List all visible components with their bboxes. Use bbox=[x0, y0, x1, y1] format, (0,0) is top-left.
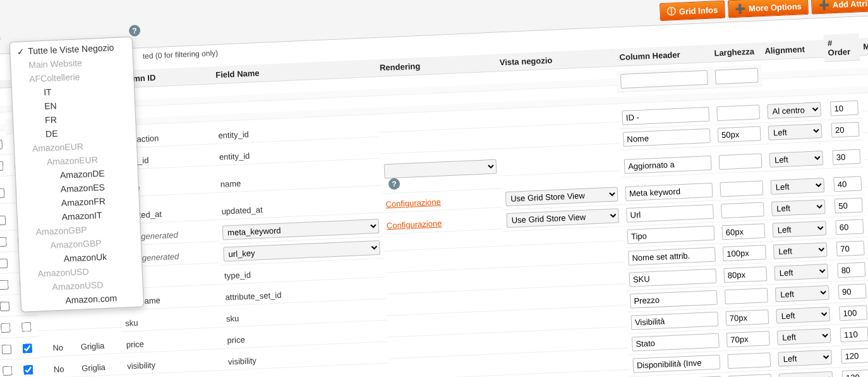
row-checkbox-1[interactable] bbox=[0, 258, 8, 268]
grid-infos-button[interactable]: ⓘ Grid Infos bbox=[660, 1, 725, 21]
width-input[interactable] bbox=[721, 223, 765, 240]
col-field-name: Field Name bbox=[212, 59, 377, 83]
col-rendering: Rendering bbox=[375, 54, 496, 77]
order-input[interactable] bbox=[831, 122, 860, 138]
width-input[interactable] bbox=[726, 331, 770, 347]
row-col4: Griglia bbox=[76, 337, 123, 355]
width-input[interactable] bbox=[727, 352, 771, 369]
order-input[interactable] bbox=[830, 101, 859, 116]
store-view-select[interactable]: Use Grid Store View bbox=[506, 208, 619, 228]
alignment-select[interactable]: Left bbox=[770, 178, 824, 195]
filter-column-header[interactable] bbox=[620, 70, 708, 89]
order-input[interactable] bbox=[833, 176, 862, 192]
column-header-input[interactable] bbox=[625, 183, 713, 201]
width-input[interactable] bbox=[718, 126, 761, 142]
width-input[interactable] bbox=[721, 202, 764, 218]
width-input[interactable] bbox=[720, 180, 763, 197]
width-input[interactable] bbox=[716, 104, 760, 121]
column-header-input[interactable] bbox=[626, 204, 714, 223]
configurazione-link[interactable]: Configurazione bbox=[385, 197, 441, 209]
configurazione-link[interactable]: Configurazione bbox=[387, 219, 442, 231]
order-input[interactable] bbox=[841, 348, 868, 364]
render-select[interactable] bbox=[384, 159, 497, 179]
row-checkbox-1[interactable] bbox=[0, 237, 6, 247]
column-header-input[interactable] bbox=[632, 355, 720, 373]
width-input[interactable] bbox=[723, 266, 767, 283]
row-checkbox-1[interactable] bbox=[0, 188, 4, 198]
row-checkbox-1[interactable] bbox=[0, 161, 3, 171]
row-checkbox-1[interactable] bbox=[1, 344, 11, 354]
row-checkbox-1[interactable] bbox=[0, 139, 3, 149]
plus-icon: ➕ bbox=[818, 0, 829, 10]
row-checkbox-2[interactable] bbox=[23, 365, 33, 375]
row-col3: No bbox=[39, 339, 77, 357]
alignment-select[interactable]: Left bbox=[774, 264, 828, 281]
column-header-input[interactable] bbox=[624, 156, 712, 174]
alignment-select[interactable]: Left bbox=[778, 350, 832, 367]
order-input[interactable] bbox=[838, 283, 867, 299]
more-options-button[interactable]: ➕ More Options bbox=[728, 0, 809, 18]
row-field-name: name bbox=[216, 170, 381, 193]
filter-larghezza[interactable] bbox=[715, 68, 759, 85]
order-input[interactable] bbox=[832, 149, 860, 165]
row-column-id: sku bbox=[121, 311, 223, 332]
help-icon[interactable]: ? bbox=[389, 178, 401, 190]
row-checkbox-1[interactable] bbox=[3, 366, 13, 376]
row-column-id: visibility bbox=[123, 354, 225, 375]
order-input[interactable] bbox=[837, 262, 865, 278]
width-input[interactable] bbox=[723, 245, 766, 261]
col-column-header: Column Header bbox=[615, 44, 711, 66]
col-mis: Mis bbox=[859, 36, 868, 56]
info-icon: ⓘ bbox=[666, 6, 676, 18]
field-select[interactable]: meta_keyword bbox=[222, 219, 380, 240]
alignment-select[interactable]: Left bbox=[775, 285, 829, 302]
plus-icon: ➕ bbox=[735, 3, 746, 14]
add-attribute-column-button[interactable]: ➕ Add Attribute Column bbox=[811, 0, 868, 15]
order-input[interactable] bbox=[842, 369, 868, 377]
row-col3: No bbox=[40, 361, 78, 377]
store-view-select[interactable]: Use Grid Store View bbox=[505, 187, 618, 206]
row-col3 bbox=[38, 322, 76, 331]
order-input[interactable] bbox=[836, 240, 865, 256]
row-col4 bbox=[76, 320, 121, 329]
alignment-select[interactable]: Left bbox=[779, 371, 833, 377]
store-dropdown[interactable]: Tutte le Viste NegozioMain WebsiteAFColt… bbox=[9, 37, 144, 312]
col-order: # Order bbox=[823, 33, 860, 61]
row-col4: Griglia bbox=[78, 359, 124, 377]
alignment-select[interactable]: Left bbox=[776, 307, 830, 324]
row-checkbox-1[interactable] bbox=[1, 323, 11, 333]
width-input[interactable] bbox=[725, 288, 768, 304]
alignment-select[interactable]: Left bbox=[772, 221, 826, 238]
column-header-input[interactable] bbox=[632, 333, 720, 352]
alignment-select[interactable]: Left bbox=[769, 151, 823, 168]
column-header-input[interactable] bbox=[623, 128, 711, 147]
alignment-select[interactable]: Al centro bbox=[767, 102, 821, 119]
alignment-select[interactable]: Left bbox=[777, 328, 831, 345]
field-select[interactable]: url_key bbox=[223, 240, 380, 262]
row-checkbox-2[interactable] bbox=[21, 322, 32, 332]
column-header-input[interactable] bbox=[630, 290, 718, 309]
row-checkbox-1[interactable] bbox=[0, 215, 6, 225]
width-input[interactable] bbox=[725, 309, 769, 326]
order-input[interactable] bbox=[839, 305, 867, 321]
width-input[interactable] bbox=[719, 153, 763, 170]
order-input[interactable] bbox=[835, 197, 863, 213]
store-label: ozi bbox=[0, 30, 1, 42]
row-checkbox-1[interactable] bbox=[0, 301, 9, 311]
column-header-input[interactable] bbox=[627, 226, 715, 244]
order-input[interactable] bbox=[840, 326, 868, 342]
col-larghezza: Larghezza bbox=[710, 42, 761, 62]
store-switcher[interactable]: ozi ? Tutte le Viste NegozioMain Website… bbox=[0, 30, 1, 42]
row-checkbox-2[interactable] bbox=[22, 343, 32, 354]
row-checkbox-1[interactable] bbox=[0, 280, 8, 290]
help-icon[interactable]: ? bbox=[129, 25, 141, 37]
width-input[interactable] bbox=[728, 374, 772, 377]
column-header-input[interactable] bbox=[629, 269, 717, 287]
column-header-input[interactable] bbox=[630, 312, 718, 330]
column-header-input[interactable] bbox=[622, 107, 709, 125]
alignment-select[interactable]: Left bbox=[773, 242, 828, 259]
alignment-select[interactable]: Left bbox=[771, 199, 826, 216]
column-header-input[interactable] bbox=[628, 247, 716, 266]
alignment-select[interactable]: Left bbox=[768, 123, 823, 140]
order-input[interactable] bbox=[835, 219, 864, 235]
